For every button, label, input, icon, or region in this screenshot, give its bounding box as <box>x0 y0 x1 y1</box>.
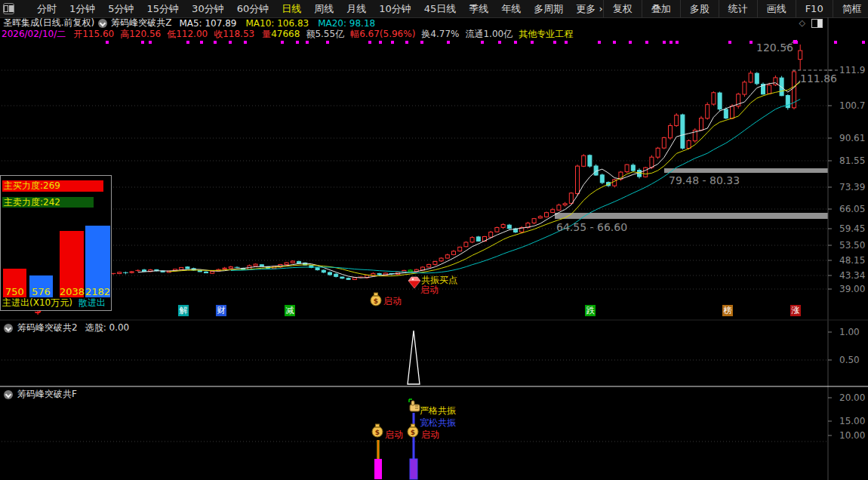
signal-dot <box>405 41 408 44</box>
pane3-money-bag-2: $ <box>408 424 418 437</box>
signal-dot <box>531 41 534 44</box>
signal-dot <box>553 41 556 44</box>
signal-dot <box>834 41 837 44</box>
svg-text:$: $ <box>411 429 415 436</box>
pane2-value: 选股: 0.00 <box>85 322 130 334</box>
pane3-collapse-icon[interactable] <box>4 390 13 399</box>
pane2-collapse-icon[interactable] <box>4 324 13 333</box>
signal-dot <box>379 41 382 44</box>
high-marker-dot <box>793 40 797 44</box>
signal-dot <box>613 41 616 44</box>
price-axis-label: 90.61 <box>839 133 865 143</box>
signal-dot <box>669 41 673 44</box>
price-axis-label: 81.55 <box>839 155 865 166</box>
pane3-qidong-label-2: 启动 <box>421 429 439 442</box>
cost-band <box>555 213 828 219</box>
money-bag-icon: $ <box>371 293 381 306</box>
pane2-header: 筹码峰突破共2 选股: 0.00 <box>4 322 129 334</box>
fund-bar-2: 2038 <box>60 231 84 297</box>
pane3-header: 筹码峰突破共F <box>4 388 77 401</box>
pane3-hand-icon <box>409 399 420 411</box>
pane3-bar-2 <box>410 459 417 479</box>
signal-dot <box>862 41 865 44</box>
signal-dot <box>296 41 299 44</box>
pane3-axis-label: 10.00 <box>839 430 865 441</box>
signal-dot <box>498 41 501 44</box>
fund-bar-value: 576 <box>29 286 53 297</box>
qidong-signal-label: 启动 <box>383 295 402 308</box>
pane3-axis-label: 15.00 <box>839 416 865 426</box>
signal-dot <box>663 41 666 44</box>
price-axis-label: 53.50 <box>839 240 865 251</box>
fund-bar-value: 750 <box>3 286 26 297</box>
signal-dot <box>326 41 329 44</box>
pane3-money-bag-1: $ <box>372 424 383 437</box>
svg-text:$: $ <box>375 429 380 436</box>
pane3-qidong-label-1: 启动 <box>385 429 403 442</box>
price-axis-label: 39.00 <box>839 284 865 294</box>
signal-dot <box>598 41 601 44</box>
main-sell-strength-bar: 主卖力度:242 <box>2 197 94 208</box>
cost-band <box>664 168 828 173</box>
pane3-bar-1 <box>374 459 382 479</box>
pane3-axis-label: 20.00 <box>839 392 865 403</box>
signal-dot <box>420 41 423 44</box>
candlestick-series <box>111 45 802 280</box>
signal-dot <box>244 41 247 44</box>
event-badge-跌[interactable]: 跌 <box>585 305 596 316</box>
gem-buy-icon <box>408 277 420 288</box>
price-axis-label: 43.34 <box>839 270 865 281</box>
signal-dot <box>106 41 109 44</box>
cost-band-label-1: 64.55 - 66.60 <box>556 221 627 233</box>
price-axis-label: 100.7 <box>839 100 865 111</box>
fund-bar-3: 2182 <box>85 226 110 297</box>
signal-dot <box>728 41 731 44</box>
fund-footer-retail: 散进出 <box>78 297 106 308</box>
app-window: 分时1分钟5分钟15分钟30分钟60分钟日线周线月线10分钟45日线季线年线多周… <box>0 0 868 480</box>
price-axis-label: 48.15 <box>839 255 865 266</box>
fund-bar-value: 2038 <box>60 286 84 297</box>
fund-bar-0: 750 <box>3 269 26 297</box>
signal-dot <box>141 41 144 44</box>
pane2-title[interactable]: 筹码峰突破共2 <box>17 322 78 334</box>
event-badge-财[interactable]: 财 <box>216 305 226 316</box>
signal-dot <box>281 41 284 44</box>
fund-footer-main: 主进出(X10万元) <box>2 297 72 308</box>
price-axis-label: 111.9 <box>839 65 865 75</box>
selector-spike <box>408 331 420 384</box>
event-badge-解[interactable]: 解 <box>178 305 189 316</box>
pane3-title[interactable]: 筹码峰突破共F <box>17 388 77 401</box>
signal-dot <box>368 41 371 44</box>
event-badge-榜[interactable]: 榜 <box>722 305 733 316</box>
price-axis-label: 66.05 <box>839 204 865 214</box>
fund-bar-value: 2182 <box>85 286 110 297</box>
pane3-strict-resonance-label: 严格共振 <box>420 405 456 417</box>
signal-dot <box>229 41 232 44</box>
signal-dot <box>514 41 517 44</box>
event-badge-涨[interactable]: 涨 <box>790 305 801 316</box>
price-axis-label: 73.39 <box>839 182 865 192</box>
current-price-label: 111.86 <box>800 72 837 85</box>
signal-dot <box>186 41 189 44</box>
signal-dot <box>200 41 203 44</box>
signal-dot <box>629 41 632 44</box>
pane2-axis-label: 1.00 <box>839 327 860 337</box>
main-buy-strength-bar: 主买力度:269 <box>2 180 103 192</box>
fund-flow-panel: 主买力度:269 主卖力度:242 75057620382182 主进出(X10… <box>0 175 112 311</box>
signal-dot <box>214 41 217 44</box>
event-badge-减[interactable]: 减 <box>285 305 295 316</box>
signal-dot <box>481 41 484 44</box>
signal-dot <box>391 41 394 44</box>
svg-text:$: $ <box>374 297 378 305</box>
signal-dot <box>645 41 648 44</box>
fund-bar-1: 576 <box>29 275 53 297</box>
signal-dot <box>749 41 753 44</box>
signal-dot <box>676 41 679 44</box>
price-axis-label: 59.45 <box>839 223 865 234</box>
signal-dot <box>149 41 152 44</box>
qidong-signal-label-2: 启动 <box>420 284 439 297</box>
signal-dot <box>565 41 568 44</box>
high-price-label: 120.56 <box>756 42 793 54</box>
cost-band-label-2: 79.48 - 80.33 <box>669 174 740 186</box>
pane2-axis-label: 0.50 <box>839 355 860 365</box>
